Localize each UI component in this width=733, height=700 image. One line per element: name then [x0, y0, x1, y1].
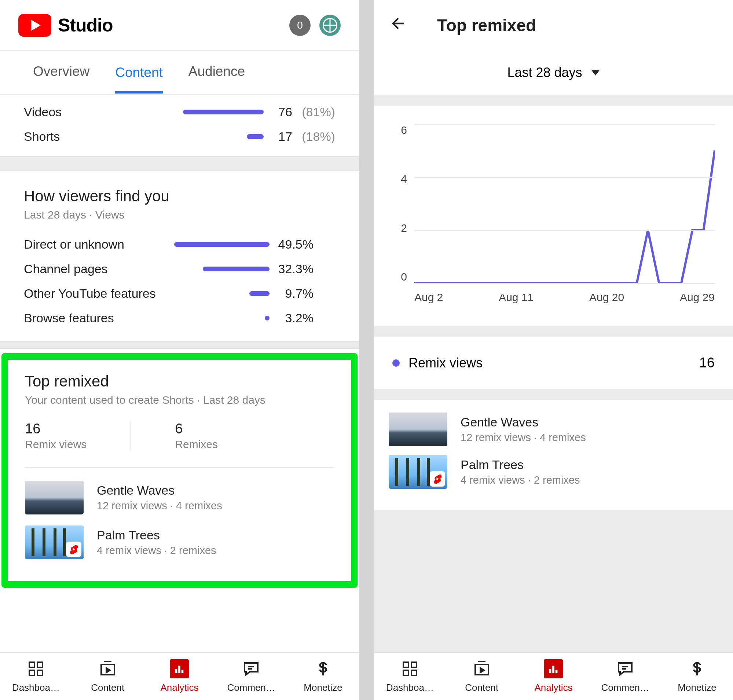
svg-rect-5 [175, 669, 178, 673]
nav-content[interactable]: Content [72, 653, 144, 700]
legend-value: 16 [699, 355, 715, 371]
y-axis: 6 4 2 0 [389, 124, 407, 283]
chart-plot-area [414, 124, 715, 283]
how-viewers-find-you: How viewers find you Last 28 days · View… [0, 171, 359, 232]
video-thumbnail [389, 455, 447, 489]
youtube-play-icon [18, 14, 52, 37]
legend-label: Remix views [408, 355, 483, 371]
notifications-badge[interactable]: 0 [289, 15, 311, 36]
nav-monetize[interactable]: Monetize [287, 653, 359, 700]
video-thumbnail [25, 525, 84, 559]
studio-wordmark: Studio [58, 15, 113, 36]
studio-analytics-content-pane: Studio 0 Overview Content Audience Video… [0, 0, 359, 700]
nav-dashboard[interactable]: Dashboa… [0, 653, 72, 700]
svg-rect-7 [181, 670, 184, 673]
remix-items-list: Gentle Waves 12 remix views · 4 remixes … [374, 400, 733, 510]
traffic-row[interactable]: Channel pages 32.3% [0, 257, 359, 281]
tab-audience[interactable]: Audience [188, 64, 245, 81]
content-icon [98, 659, 117, 678]
analytics-icon [544, 659, 563, 678]
traffic-row[interactable]: Other YouTube features 9.7% [0, 281, 359, 306]
nav-content[interactable]: Content [446, 653, 518, 700]
top-remixed-detail-pane: Top remixed Last 28 days 6 4 2 0 [374, 0, 733, 700]
remix-item[interactable]: Palm Trees 4 remix views · 2 remixes [389, 455, 718, 489]
svg-rect-8 [403, 662, 408, 668]
svg-rect-13 [549, 669, 552, 673]
section-subtitle: Last 28 days · Views [24, 209, 335, 221]
x-axis: Aug 2 Aug 11 Aug 20 Aug 29 [414, 291, 715, 304]
svg-rect-10 [403, 670, 408, 675]
shorts-badge-icon [430, 471, 445, 487]
top-remixed-card-highlighted[interactable]: Top remixed Your content used to create … [1, 353, 358, 588]
video-thumbnail [25, 481, 84, 515]
comments-icon [241, 659, 261, 678]
account-avatar[interactable] [319, 15, 341, 36]
nav-comments[interactable]: Commen… [589, 653, 661, 700]
traffic-row[interactable]: Browse features 3.2% [0, 306, 359, 330]
nav-dashboard[interactable]: Dashboa… [374, 653, 446, 700]
tab-content[interactable]: Content [115, 65, 163, 94]
nav-comments[interactable]: Commen… [215, 653, 287, 700]
content-icon [472, 659, 492, 678]
monetize-icon [314, 659, 333, 678]
pane-divider [359, 0, 374, 700]
remix-item[interactable]: Gentle Waves 12 remix views · 4 remixes [389, 413, 718, 446]
chart-legend-row[interactable]: Remix views 16 [374, 337, 733, 389]
detail-header: Top remixed [374, 0, 733, 51]
series-color-dot [392, 359, 400, 367]
svg-rect-14 [553, 666, 555, 673]
tab-overview[interactable]: Overview [33, 64, 90, 81]
remix-item[interactable]: Palm Trees 4 remix views · 2 remixes [25, 525, 334, 559]
section-title: How viewers find you [24, 187, 335, 205]
svg-rect-15 [555, 670, 558, 673]
svg-rect-1 [37, 662, 43, 668]
section-title: Top remixed [25, 372, 334, 390]
svg-rect-11 [411, 670, 417, 675]
video-thumbnail [389, 413, 447, 446]
youtube-studio-logo[interactable]: Studio [18, 14, 113, 37]
analytics-tabs: Overview Content Audience [0, 51, 359, 95]
header: Studio 0 [0, 0, 359, 51]
remix-item[interactable]: Gentle Waves 12 remix views · 4 remixes [25, 481, 334, 515]
bottom-nav: Dashboa…ContentAnalyticsCommen…Monetize [374, 652, 733, 700]
period-selector[interactable]: Last 28 days [374, 51, 733, 95]
remix-views-chart[interactable]: 6 4 2 0 Aug 2 [374, 106, 733, 326]
analytics-icon [170, 659, 189, 678]
globe-icon [323, 18, 337, 32]
shorts-badge-icon [66, 541, 81, 557]
svg-rect-9 [411, 662, 417, 668]
svg-rect-0 [29, 662, 34, 668]
dashboard-icon [400, 659, 419, 678]
nav-monetize[interactable]: Monetize [661, 653, 733, 700]
content-type-row-videos[interactable]: Videos 76 (81%) [0, 100, 359, 124]
content-type-row-shorts[interactable]: Shorts 17 (18%) [0, 124, 359, 149]
stat-remix-views: 16 Remix views [25, 421, 131, 451]
traffic-row[interactable]: Direct or unknown 49.5% [0, 232, 359, 257]
nav-analytics[interactable]: Analytics [518, 653, 590, 700]
bottom-nav: Dashboa…ContentAnalyticsCommen…Monetize [0, 652, 359, 700]
monetize-icon [687, 659, 707, 678]
dashboard-icon [26, 659, 46, 678]
nav-analytics[interactable]: Analytics [144, 653, 216, 700]
svg-rect-6 [178, 666, 181, 673]
page-title: Top remixed [437, 15, 536, 35]
comments-icon [616, 659, 635, 678]
stat-remixes: 6 Remixes [175, 421, 262, 451]
svg-rect-3 [37, 670, 43, 675]
svg-rect-2 [29, 670, 34, 675]
back-button[interactable] [390, 15, 408, 36]
section-subtitle: Your content used to create Shorts · Las… [25, 394, 334, 406]
chevron-down-icon [591, 70, 600, 75]
